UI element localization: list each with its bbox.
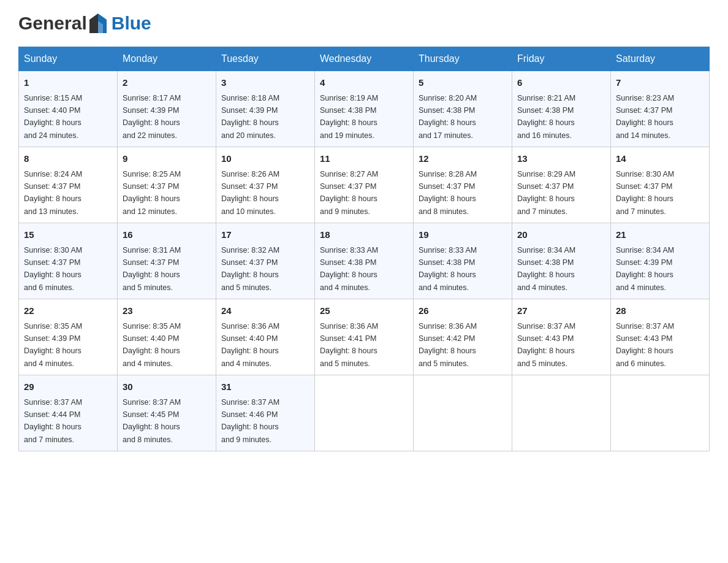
col-header-friday: Friday [512,47,611,71]
day-info: Sunrise: 8:24 AMSunset: 4:37 PMDaylight:… [24,170,82,216]
day-number: 5 [419,76,507,90]
day-info: Sunrise: 8:37 AMSunset: 4:43 PMDaylight:… [616,322,674,368]
day-number: 27 [517,304,605,318]
day-cell: 14 Sunrise: 8:30 AMSunset: 4:37 PMDaylig… [611,147,710,223]
day-cell: 8 Sunrise: 8:24 AMSunset: 4:37 PMDayligh… [19,147,118,223]
day-number: 14 [616,152,704,166]
day-number: 2 [123,76,211,90]
day-number: 9 [123,152,211,166]
week-row-2: 8 Sunrise: 8:24 AMSunset: 4:37 PMDayligh… [19,147,710,223]
day-cell: 29 Sunrise: 8:37 AMSunset: 4:44 PMDaylig… [19,375,118,451]
col-header-monday: Monday [118,47,216,71]
day-cell [414,375,512,451]
day-info: Sunrise: 8:34 AMSunset: 4:39 PMDaylight:… [616,246,674,292]
week-row-1: 1 Sunrise: 8:15 AMSunset: 4:40 PMDayligh… [19,71,710,147]
day-info: Sunrise: 8:21 AMSunset: 4:38 PMDaylight:… [517,94,575,140]
day-cell: 19 Sunrise: 8:33 AMSunset: 4:38 PMDaylig… [414,223,512,299]
day-info: Sunrise: 8:27 AMSunset: 4:37 PMDaylight:… [320,170,378,216]
day-info: Sunrise: 8:26 AMSunset: 4:37 PMDaylight:… [221,170,279,216]
day-cell [611,375,710,451]
day-number: 11 [320,152,408,166]
calendar-header-row: SundayMondayTuesdayWednesdayThursdayFrid… [19,47,710,71]
day-cell [512,375,611,451]
logo-icon [88,12,108,34]
day-cell: 13 Sunrise: 8:29 AMSunset: 4:37 PMDaylig… [512,147,611,223]
day-number: 10 [221,152,309,166]
col-header-saturday: Saturday [611,47,710,71]
day-cell: 12 Sunrise: 8:28 AMSunset: 4:37 PMDaylig… [414,147,512,223]
day-number: 12 [419,152,507,166]
day-number: 13 [517,152,605,166]
day-info: Sunrise: 8:29 AMSunset: 4:37 PMDaylight:… [517,170,575,216]
day-info: Sunrise: 8:30 AMSunset: 4:37 PMDaylight:… [616,170,674,216]
day-info: Sunrise: 8:34 AMSunset: 4:38 PMDaylight:… [517,246,575,292]
day-cell: 30 Sunrise: 8:37 AMSunset: 4:45 PMDaylig… [118,375,216,451]
day-info: Sunrise: 8:36 AMSunset: 4:42 PMDaylight:… [419,322,477,368]
day-info: Sunrise: 8:37 AMSunset: 4:45 PMDaylight:… [123,398,181,444]
day-number: 25 [320,304,408,318]
day-cell: 26 Sunrise: 8:36 AMSunset: 4:42 PMDaylig… [414,299,512,375]
day-info: Sunrise: 8:23 AMSunset: 4:37 PMDaylight:… [616,94,674,140]
day-info: Sunrise: 8:17 AMSunset: 4:39 PMDaylight:… [123,94,181,140]
day-info: Sunrise: 8:36 AMSunset: 4:41 PMDaylight:… [320,322,378,368]
day-info: Sunrise: 8:31 AMSunset: 4:37 PMDaylight:… [123,246,181,292]
day-cell: 5 Sunrise: 8:20 AMSunset: 4:38 PMDayligh… [414,71,512,147]
day-number: 3 [221,76,309,90]
day-cell: 2 Sunrise: 8:17 AMSunset: 4:39 PMDayligh… [118,71,216,147]
day-number: 17 [221,228,309,242]
day-number: 31 [221,380,309,394]
day-info: Sunrise: 8:35 AMSunset: 4:39 PMDaylight:… [24,322,82,368]
col-header-wednesday: Wednesday [315,47,414,71]
day-cell: 31 Sunrise: 8:37 AMSunset: 4:46 PMDaylig… [216,375,315,451]
col-header-tuesday: Tuesday [216,47,315,71]
day-info: Sunrise: 8:15 AMSunset: 4:40 PMDaylight:… [24,94,82,140]
day-number: 15 [24,228,112,242]
col-header-sunday: Sunday [19,47,118,71]
day-number: 26 [419,304,507,318]
day-cell: 17 Sunrise: 8:32 AMSunset: 4:37 PMDaylig… [216,223,315,299]
day-number: 21 [616,228,704,242]
day-info: Sunrise: 8:32 AMSunset: 4:37 PMDaylight:… [221,246,279,292]
day-info: Sunrise: 8:25 AMSunset: 4:37 PMDaylight:… [123,170,181,216]
day-number: 4 [320,76,408,90]
day-cell: 18 Sunrise: 8:33 AMSunset: 4:38 PMDaylig… [315,223,414,299]
day-number: 22 [24,304,112,318]
day-number: 19 [419,228,507,242]
day-info: Sunrise: 8:33 AMSunset: 4:38 PMDaylight:… [320,246,378,292]
day-info: Sunrise: 8:28 AMSunset: 4:37 PMDaylight:… [419,170,477,216]
day-cell [315,375,414,451]
day-cell: 28 Sunrise: 8:37 AMSunset: 4:43 PMDaylig… [611,299,710,375]
day-info: Sunrise: 8:37 AMSunset: 4:44 PMDaylight:… [24,398,82,444]
day-cell: 24 Sunrise: 8:36 AMSunset: 4:40 PMDaylig… [216,299,315,375]
day-cell: 1 Sunrise: 8:15 AMSunset: 4:40 PMDayligh… [19,71,118,147]
page-header: General Blue [18,12,710,34]
day-info: Sunrise: 8:20 AMSunset: 4:38 PMDaylight:… [419,94,477,140]
day-number: 24 [221,304,309,318]
day-number: 7 [616,76,704,90]
calendar-table: SundayMondayTuesdayWednesdayThursdayFrid… [18,47,710,451]
day-info: Sunrise: 8:18 AMSunset: 4:39 PMDaylight:… [221,94,279,140]
day-info: Sunrise: 8:37 AMSunset: 4:43 PMDaylight:… [517,322,575,368]
day-info: Sunrise: 8:19 AMSunset: 4:38 PMDaylight:… [320,94,378,140]
logo: General Blue [18,12,151,34]
day-number: 30 [123,380,211,394]
day-info: Sunrise: 8:36 AMSunset: 4:40 PMDaylight:… [221,322,279,368]
day-cell: 15 Sunrise: 8:30 AMSunset: 4:37 PMDaylig… [19,223,118,299]
svg-marker-1 [89,13,98,33]
logo-blue-text: Blue [112,13,151,34]
day-cell: 22 Sunrise: 8:35 AMSunset: 4:39 PMDaylig… [19,299,118,375]
day-number: 6 [517,76,605,90]
day-number: 20 [517,228,605,242]
day-cell: 3 Sunrise: 8:18 AMSunset: 4:39 PMDayligh… [216,71,315,147]
day-cell: 23 Sunrise: 8:35 AMSunset: 4:40 PMDaylig… [118,299,216,375]
day-info: Sunrise: 8:30 AMSunset: 4:37 PMDaylight:… [24,246,82,292]
day-info: Sunrise: 8:37 AMSunset: 4:46 PMDaylight:… [221,398,279,444]
day-number: 8 [24,152,112,166]
day-number: 1 [24,76,112,90]
day-info: Sunrise: 8:35 AMSunset: 4:40 PMDaylight:… [123,322,181,368]
day-cell: 9 Sunrise: 8:25 AMSunset: 4:37 PMDayligh… [118,147,216,223]
day-cell: 6 Sunrise: 8:21 AMSunset: 4:38 PMDayligh… [512,71,611,147]
day-cell: 11 Sunrise: 8:27 AMSunset: 4:37 PMDaylig… [315,147,414,223]
day-cell: 16 Sunrise: 8:31 AMSunset: 4:37 PMDaylig… [118,223,216,299]
day-cell: 7 Sunrise: 8:23 AMSunset: 4:37 PMDayligh… [611,71,710,147]
